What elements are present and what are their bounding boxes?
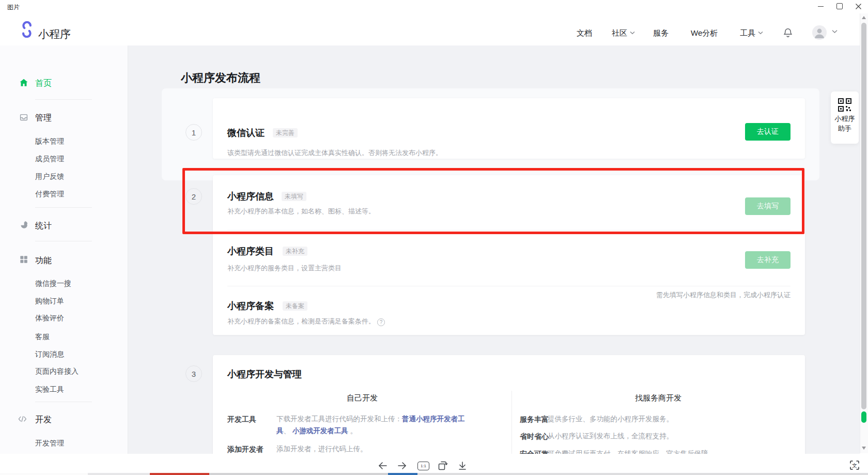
mini-program-filing-title: 小程序备案: [227, 300, 274, 312]
mini-program-category-description: 补充小程序的服务类目，设置主营类目: [227, 264, 342, 273]
mini-program-filing-description: 补充小程序的备案信息，检测是否满足备案条件。?: [227, 317, 385, 326]
add-developer-description: 添加开发者，进行代码上传。: [276, 443, 367, 455]
nav-tools[interactable]: 工具: [740, 28, 763, 38]
filing-prerequisite-note: 需先填写小程序信息和类目，完成小程序认证: [568, 290, 791, 300]
mini-program-assistant-widget[interactable]: 小程序 助手: [831, 91, 859, 144]
maximize-icon: [836, 3, 843, 9]
user-avatar[interactable]: [812, 25, 827, 40]
game-devtools-link[interactable]: 小游戏开发者工具: [292, 427, 348, 435]
self-develop-column-header: 自己开发: [213, 393, 512, 403]
download-icon[interactable]: [457, 460, 468, 471]
sidebar-item-management[interactable]: 管理: [35, 113, 52, 124]
scroll-up-arrow-icon[interactable]: [862, 16, 866, 19]
sidebar-divider: [35, 241, 92, 241]
qr-code-icon: [838, 98, 851, 112]
forward-arrow-icon[interactable]: [396, 460, 408, 471]
sidebar-item-member-management[interactable]: 成员管理: [35, 155, 64, 164]
step1-status-badge: 未完善: [273, 128, 298, 137]
hscroll-segment: [88, 473, 150, 475]
hscroll-red-segment: [150, 473, 209, 475]
sidebar-item-page-content-access[interactable]: 页面内容接入: [35, 367, 79, 376]
dev-tools-description: 下载开发者工具进行代码的开发和上传：普通小程序开发者工具、 小游戏开发者工具 。: [276, 413, 471, 437]
scrollbar-thumb[interactable]: [861, 23, 866, 409]
row-divider: [227, 230, 791, 231]
mini-program-info-description: 补充小程序的基本信息，如名称、图标、描述等。: [227, 207, 375, 216]
nav-docs[interactable]: 文档: [577, 28, 592, 38]
sidebar-item-experience-review[interactable]: 体验评价: [35, 314, 64, 323]
back-arrow-icon[interactable]: [377, 460, 389, 471]
mini-program-category-badge: 未补充: [283, 247, 307, 256]
horizontal-scrollbar[interactable]: [0, 473, 868, 475]
code-icon: [18, 414, 28, 424]
hscroll-track: [209, 473, 388, 475]
step3-number: 3: [185, 365, 202, 382]
sidebar-item-customer-service[interactable]: 客服: [35, 332, 50, 342]
sidebar-divider: [35, 99, 92, 100]
actual-size-icon[interactable]: 1:1: [417, 462, 429, 470]
pie-chart-icon: [19, 220, 29, 230]
row-divider: [227, 286, 791, 286]
mini-program-category-title: 小程序类目: [227, 245, 274, 257]
scrollbar-green-indicator[interactable]: [861, 411, 866, 423]
window-titlebar: 图片: [0, 0, 868, 13]
svg-text:文: 文: [852, 463, 857, 468]
nav-we-analysis[interactable]: We分析: [691, 28, 718, 38]
grid-icon: [19, 254, 29, 265]
sidebar-item-shopping-orders[interactable]: 购物订单: [35, 297, 64, 306]
chevron-down-icon: [758, 31, 763, 35]
window-close-button[interactable]: [850, 0, 866, 12]
sidebar: [0, 45, 128, 454]
go-fill-info-button[interactable]: 去填写: [745, 197, 791, 215]
vendor-develop-column-header: 找服务商开发: [512, 393, 805, 403]
sidebar-item-user-feedback[interactable]: 用户反馈: [35, 172, 64, 181]
ocr-scan-icon[interactable]: 文: [849, 460, 860, 470]
mini-program-info-badge: 未填写: [282, 192, 306, 201]
nav-services[interactable]: 服务: [653, 28, 669, 38]
scroll-down-arrow-icon[interactable]: [862, 447, 866, 450]
viewer-toolbar: [0, 454, 868, 473]
sidebar-item-features[interactable]: 功能: [35, 255, 52, 266]
nav-community[interactable]: 社区: [612, 28, 635, 38]
add-developer-label: 添加开发者: [227, 445, 264, 454]
window-maximize-button[interactable]: [832, 0, 847, 12]
notification-bell-icon[interactable]: [782, 27, 794, 38]
account-chevron-down-icon[interactable]: [832, 29, 838, 34]
sidebar-item-statistics[interactable]: 统计: [35, 221, 52, 232]
app-header: 小程序: [0, 13, 868, 46]
rotate-icon[interactable]: [437, 460, 448, 471]
window-title: 图片: [7, 3, 20, 12]
help-icon[interactable]: ?: [377, 318, 385, 326]
home-icon: [19, 78, 29, 88]
sidebar-item-payment-management[interactable]: 付费管理: [35, 190, 64, 199]
mini-program-info-title: 小程序信息: [227, 190, 274, 203]
assistant-label-line2: 助手: [831, 124, 859, 133]
close-icon: [855, 3, 862, 10]
step1-number: 1: [185, 124, 202, 141]
sidebar-item-wechat-search[interactable]: 微信搜一搜: [35, 279, 71, 288]
step1-title: 微信认证: [227, 127, 265, 139]
step3-title: 小程序开发与管理: [227, 368, 302, 380]
assistant-label-line1: 小程序: [831, 114, 859, 124]
mini-program-filing-badge: 未备案: [283, 301, 307, 311]
sidebar-item-development[interactable]: 开发: [35, 415, 52, 425]
window-minimize-button[interactable]: [813, 0, 828, 12]
image-viewer-window: 图片 小程序 文档 社区 服务 We分析 工具 首页 管理 版本管理 成员管理 …: [0, 0, 868, 475]
rich-services-description: 提供多行业、多功能的小程序开发服务。: [548, 413, 673, 425]
sidebar-item-version-management[interactable]: 版本管理: [35, 137, 64, 146]
go-verify-button[interactable]: 去认证: [745, 123, 791, 141]
sidebar-item-home[interactable]: 首页: [35, 78, 52, 89]
minimize-icon: [818, 6, 824, 7]
go-supplement-button[interactable]: 去补充: [745, 251, 791, 269]
column-divider: [512, 391, 512, 454]
rich-services-label: 服务丰富: [520, 415, 549, 424]
tray-icon: [19, 112, 29, 122]
page-title: 小程序发布流程: [181, 70, 260, 86]
hscroll-thumb[interactable]: [388, 473, 417, 475]
sidebar-item-development-management[interactable]: 开发管理: [35, 439, 64, 448]
step2-number: 2: [185, 188, 202, 205]
sidebar-item-subscribe-messages[interactable]: 订阅消息: [35, 350, 64, 359]
logo-text: 小程序: [38, 27, 71, 41]
hscroll-segment: [0, 473, 88, 475]
save-time-description: 从小程序认证到发布上线，全流程支持。: [548, 430, 673, 442]
sidebar-item-experiment-tools[interactable]: 实验工具: [35, 385, 64, 394]
